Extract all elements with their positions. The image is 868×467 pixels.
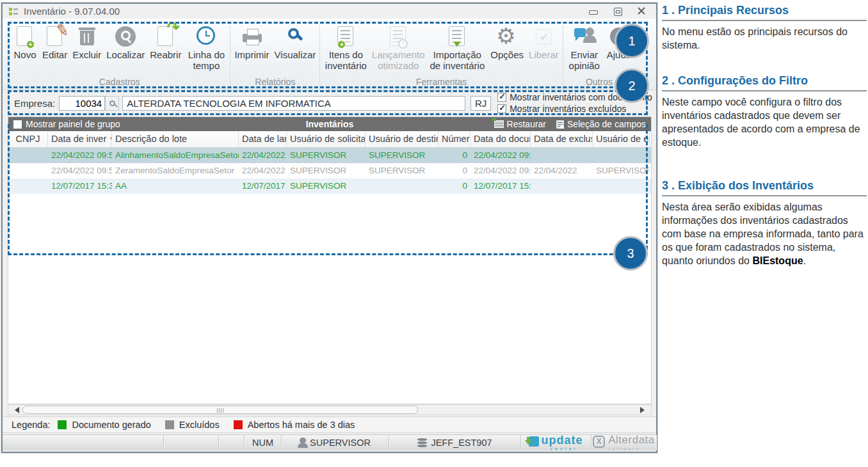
restore-layout-button[interactable]: Restaurar [494, 119, 546, 129]
column-header-usuario-exclusao[interactable]: Usuário de exclus [593, 131, 650, 147]
database-name: JEFF_EST907 [431, 438, 492, 448]
restore-icon[interactable] [610, 6, 624, 17]
close-icon[interactable] [634, 6, 648, 17]
table-row[interactable]: 22/04/2022 09:53 ZeramentoSaldoEmpresaSe… [8, 163, 651, 178]
legend-label: Abertos há mais de 3 dias [248, 420, 355, 430]
button-label: Excluir [72, 49, 101, 60]
legend-swatch-excluded [165, 420, 174, 429]
checkbox-icon[interactable] [497, 93, 506, 102]
annotation-panel: 1 . Principais Recursos No menu estão os… [659, 0, 868, 467]
status-current-user: SUPERVISOR [282, 435, 389, 450]
minimize-icon[interactable] [586, 6, 600, 17]
group-label-relatorios: Relatórios [232, 75, 318, 90]
show-group-panel-label: Mostrar painel de grupo [26, 119, 120, 129]
localizar-button[interactable]: Localizar [104, 25, 147, 75]
restore-label: Restaurar [507, 119, 546, 129]
company-name-input[interactable] [122, 96, 465, 111]
column-header-usuario-destino[interactable]: Usuário de destino [366, 131, 438, 147]
database-icon [417, 438, 427, 441]
update-icon [529, 436, 539, 447]
button-label: Liberar [529, 49, 559, 60]
button-label: Editar [42, 49, 67, 60]
linha-do-tempo-button[interactable]: Linha do tempo [184, 25, 229, 75]
column-header-data-documento[interactable]: Data do docume [470, 131, 531, 147]
status-segment-empty [3, 435, 164, 450]
grid-header-row: CNPJ Data de inver▼ Descrição do lote Da… [8, 131, 651, 148]
ribbon-toolbar: Novo Editar Excluir Localizar [3, 19, 656, 90]
annotation-title: 3 . Exibição dos Inventários [662, 179, 867, 196]
visualizar-button[interactable]: Visualizar [272, 25, 319, 75]
scrollbar-thumb[interactable] [22, 406, 418, 414]
company-search-button[interactable] [105, 96, 119, 111]
table-row[interactable]: 22/04/2022 09:53 AlinhamentoSaldoEmpresa… [8, 148, 651, 163]
annotation-title: 2 . Configurações do Filtro [662, 74, 867, 91]
legend-title: Legenda: [12, 420, 50, 430]
preview-magnifier-icon [283, 25, 307, 49]
button-label: Enviar opinião [567, 49, 602, 71]
liberar-button: Liberar [526, 25, 561, 75]
legend-swatch-open-3-days [234, 420, 243, 429]
field-selection-label: Seleção de campos [567, 119, 646, 129]
callout-badge-2: 2 [615, 68, 649, 103]
group-label-ferramentas: Ferramentas [321, 75, 561, 90]
alterdata-icon: X [593, 436, 605, 448]
enviar-opiniao-button[interactable]: Enviar opinião [565, 25, 604, 75]
editar-button[interactable]: Editar [40, 25, 70, 75]
opcoes-button[interactable]: Opções [488, 25, 526, 75]
button-label: Visualizar [275, 49, 316, 60]
new-document-icon [13, 25, 37, 49]
importacao-de-inventario-button[interactable]: Importação de inventário [426, 25, 488, 75]
column-header-usuario-solicitacao[interactable]: Usuário de solicitaçã▲ [287, 131, 366, 147]
toolbar-group-cadastros: Novo Editar Excluir Localizar [9, 25, 230, 90]
search-circle-icon [113, 25, 138, 49]
toolbar-group-relatorios: Imprimir Visualizar Relatórios [230, 25, 320, 90]
imprimir-button[interactable]: Imprimir [232, 25, 271, 75]
button-label: Itens do inventário [324, 49, 367, 71]
reabrir-button[interactable]: Reabrir [147, 25, 184, 75]
column-header-data-exclusao[interactable]: Data de exclusão [531, 131, 593, 147]
restore-grid-icon [494, 120, 504, 128]
edit-pencil-icon [43, 25, 67, 49]
scroll-left-icon[interactable] [12, 407, 19, 413]
horizontal-scrollbar[interactable] [8, 404, 652, 415]
checkbox-icon[interactable] [497, 104, 506, 113]
column-header-numero[interactable]: Númer [438, 131, 470, 147]
checkbox-show-excluded[interactable]: Mostrar inventários excluídos [497, 104, 652, 114]
trash-icon [75, 25, 99, 49]
company-uf-input[interactable] [470, 96, 491, 111]
button-label: Reabrir [150, 49, 181, 60]
inventory-items-icon [334, 25, 358, 49]
excluir-button[interactable]: Excluir [70, 25, 104, 75]
annotation-body: Nesta área serão exibidas algumas inform… [662, 200, 867, 267]
table-row[interactable]: 12/07/2017 15:33 AA 12/07/2017 SUPERVISO… [8, 178, 651, 194]
novo-button[interactable]: Novo [10, 25, 40, 75]
show-group-panel-checkbox[interactable] [13, 120, 22, 129]
button-label: Lançamento otimizado [372, 49, 425, 71]
window-title: Inventário - 9.07.04.00 [24, 6, 120, 17]
button-label: Localizar [106, 49, 145, 60]
feedback-chat-icon [572, 25, 597, 49]
annotation-section-2: 2 . Configurações do Filtro Neste campo … [662, 74, 867, 149]
column-header-descricao[interactable]: Descrição do lote [112, 131, 239, 147]
screenshot-stage: Inventário - 9.07.04.00 Novo Editar [0, 0, 868, 467]
column-header-cnpj[interactable]: CNPJ [8, 131, 48, 147]
annotation-body: No menu estão os principais recursos do … [662, 25, 867, 52]
user-icon [300, 438, 306, 443]
annotation-section-1: 1 . Principais Recursos No menu estão os… [662, 4, 867, 52]
legend-label: Excluídos [179, 420, 220, 430]
update-center-logo: update center [521, 435, 591, 450]
titlebar: Inventário - 9.07.04.00 [3, 4, 656, 19]
grid-group-bar: Mostrar painel de grupo Inventários Rest… [8, 117, 651, 131]
company-code-input[interactable] [59, 96, 105, 111]
column-header-data-inventario[interactable]: Data de inver▼ [48, 131, 112, 147]
itens-do-inventario-button[interactable]: Itens do inventário [321, 25, 370, 75]
checkbox-label: Mostrar inventários excluídos [510, 104, 626, 114]
status-num-lock: NUM [245, 435, 282, 450]
field-selection-icon [556, 120, 564, 129]
column-header-data-lancamento[interactable]: Data de lança [239, 131, 287, 147]
field-selection-button[interactable]: Seleção de campos [556, 119, 646, 129]
printer-icon [240, 25, 264, 49]
button-label: Linha do tempo [186, 49, 226, 71]
callout-badge-1: 1 [615, 24, 649, 58]
scroll-right-icon[interactable] [640, 407, 648, 413]
